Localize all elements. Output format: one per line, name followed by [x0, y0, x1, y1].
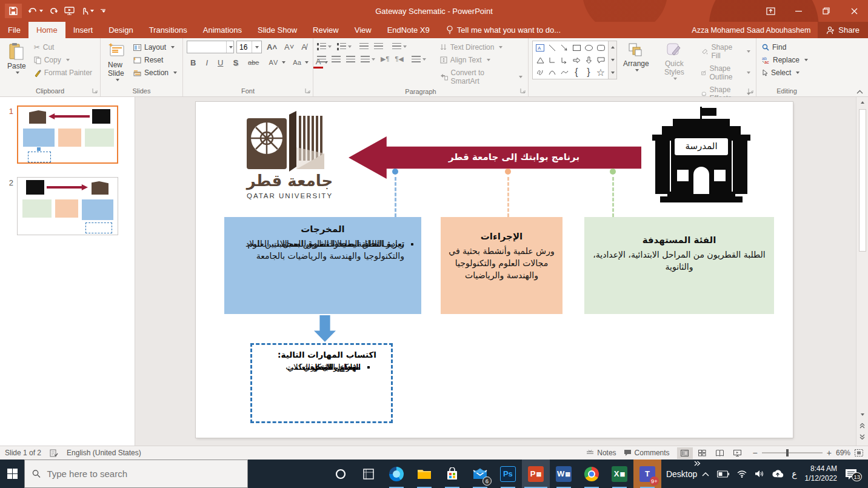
character-spacing-button[interactable]: AV [266, 58, 281, 67]
shape-rectangle-icon[interactable] [570, 42, 583, 54]
battery-icon[interactable] [717, 470, 729, 478]
zoom-level[interactable]: 69% [836, 449, 850, 457]
slide-sorter-view-button[interactable] [695, 447, 710, 459]
cut-button[interactable]: ✂ Cut [32, 42, 94, 53]
tab-file[interactable]: File [0, 22, 28, 38]
slide-indicator[interactable]: Slide 1 of 2 [5, 449, 41, 457]
shape-left-brace-icon[interactable]: { [570, 66, 583, 78]
change-case-button[interactable]: Aa [290, 58, 303, 67]
reading-view-button[interactable] [712, 447, 728, 459]
replace-button[interactable]: abac Replace [760, 55, 810, 65]
action-center-button[interactable]: 13 [845, 469, 862, 480]
scroll-down-button[interactable] [856, 409, 868, 420]
wifi-icon[interactable] [737, 470, 747, 478]
columns-dropdown[interactable] [422, 58, 426, 61]
collapse-ribbon-button[interactable] [856, 90, 863, 94]
slide-show-view-button[interactable] [730, 447, 746, 459]
slide-thumbnail-2[interactable]: 2 [0, 177, 135, 235]
desktop-toolbar[interactable]: Desktop [661, 460, 702, 488]
search-input[interactable] [47, 469, 239, 479]
scrollbar-thumb[interactable] [859, 109, 866, 252]
new-slide-button[interactable]: New Slide [104, 41, 129, 83]
clear-formatting-button[interactable]: A̸ [299, 41, 309, 53]
shape-right-arrow-icon[interactable] [570, 54, 583, 66]
previous-slide-button[interactable] [856, 420, 868, 431]
arrange-dropdown[interactable] [635, 69, 639, 72]
taskbar-search-box[interactable] [24, 460, 247, 488]
convert-smartart-dropdown[interactable] [519, 76, 522, 78]
notes-button[interactable]: Notes [586, 449, 616, 457]
text-shadow-button[interactable]: S [230, 57, 241, 69]
bold-button[interactable]: B [188, 57, 198, 69]
tab-endnote[interactable]: EndNote X9 [379, 22, 438, 38]
text-direction-button[interactable]: Text Direction [438, 42, 524, 53]
input-language-indicator[interactable]: ع [792, 469, 796, 479]
decrease-indent-button[interactable] [359, 43, 369, 50]
italic-button[interactable]: I [203, 57, 210, 69]
character-spacing-dropdown[interactable] [282, 61, 285, 64]
shape-outline-button[interactable]: Shape Outline [699, 63, 752, 82]
shape-rounded-rectangle-icon[interactable] [595, 42, 607, 54]
share-button[interactable]: Share [818, 22, 868, 38]
outputs-box[interactable]: المخرجات زيادة التحاق الطلبة القطريين بم… [224, 217, 421, 314]
font-name-input[interactable] [187, 41, 226, 53]
section-button[interactable]: Section [132, 67, 179, 78]
shapes-more-button[interactable] [609, 66, 616, 79]
layout-dropdown[interactable] [171, 46, 175, 48]
vertical-scrollbar[interactable] [856, 97, 868, 446]
font-name-combo[interactable] [187, 41, 234, 53]
tab-animations[interactable]: Animations [195, 22, 250, 38]
close-button[interactable] [840, 0, 868, 22]
undo-button[interactable] [28, 7, 43, 15]
undo-dropdown[interactable] [39, 10, 43, 12]
language-indicator[interactable]: English (United States) [67, 449, 141, 457]
restore-button[interactable] [812, 0, 840, 22]
reset-button[interactable]: Reset [132, 55, 179, 65]
font-name-dropdown[interactable] [226, 41, 233, 53]
powerpoint-button[interactable]: P▤ [522, 460, 550, 488]
line-spacing-dropdown[interactable] [403, 45, 407, 48]
file-explorer-button[interactable] [410, 460, 438, 488]
select-button[interactable]: Select [760, 67, 810, 78]
clipboard-dialog-launcher[interactable] [92, 88, 98, 94]
slide-1-preview[interactable] [17, 105, 118, 164]
quick-styles-dropdown[interactable] [673, 78, 677, 80]
next-slide-button[interactable] [856, 431, 868, 442]
align-center-button[interactable] [332, 56, 341, 63]
shape-elbow-arrow-icon[interactable] [558, 54, 570, 66]
shape-right-brace-icon[interactable]: } [583, 66, 595, 78]
tab-review[interactable]: Review [305, 22, 347, 38]
numbering-dropdown[interactable] [348, 45, 352, 48]
tab-insert[interactable]: Insert [65, 22, 101, 38]
shapes-gallery[interactable]: A { } ☆ [532, 41, 609, 79]
paste-dropdown[interactable] [16, 72, 19, 74]
signed-in-user[interactable]: Azza Mohamed Saad Abouhashem [684, 22, 818, 38]
hidden-icons-chevron[interactable] [702, 472, 709, 476]
scroll-up-button[interactable] [856, 97, 868, 108]
shape-oval-icon[interactable] [583, 42, 595, 54]
find-button[interactable]: Find [760, 42, 810, 53]
start-from-beginning-button[interactable] [64, 7, 75, 15]
comments-button[interactable]: Comments [624, 449, 670, 457]
save-button[interactable] [5, 4, 22, 18]
paragraph-dialog-launcher[interactable] [520, 88, 526, 94]
spellcheck-icon[interactable] [50, 449, 58, 457]
format-painter-button[interactable]: Format Painter [32, 67, 94, 78]
tab-transitions[interactable]: Transitions [141, 22, 195, 38]
qatar-university-logo[interactable]: جامعة قطر QATAR UNIVERSITY [238, 111, 341, 207]
section-dropdown[interactable] [173, 72, 177, 74]
tab-design[interactable]: Design [101, 22, 141, 38]
slide-1[interactable]: جامعة قطر QATAR UNIVERSITY برنامج بوابتك… [196, 102, 793, 438]
layout-button[interactable]: Layout [132, 42, 179, 53]
school-building[interactable]: المدرسة [643, 107, 760, 204]
procedures-box[interactable]: الإجراءات ورش علمية وأنشطة بحثية في مجال… [441, 217, 563, 314]
text-direction-dropdown[interactable] [499, 46, 502, 48]
target-box[interactable]: الفئة المستهدفة الطلبة القطريون من المرا… [584, 217, 774, 314]
shapes-scroll-up[interactable] [609, 41, 616, 54]
increase-font-size-button[interactable]: A˄ [264, 41, 279, 53]
ltr-text-direction-button[interactable]: ▶¶ [381, 55, 389, 63]
teams-button[interactable]: T 9+ [633, 460, 661, 488]
photoshop-button[interactable]: Ps [494, 460, 522, 488]
bullets-button[interactable] [317, 43, 326, 50]
start-button[interactable] [0, 460, 24, 488]
